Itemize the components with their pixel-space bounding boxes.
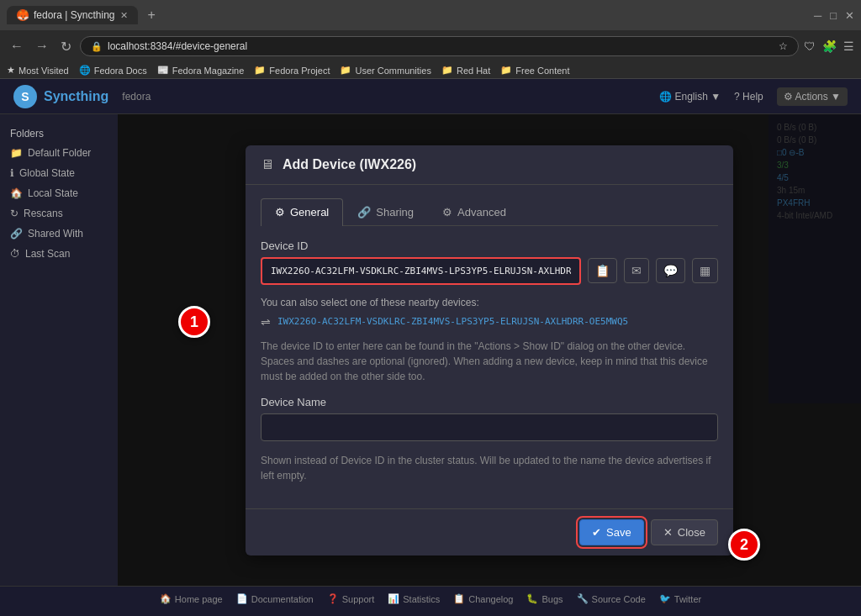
device-name-group: Device Name: [261, 396, 718, 441]
bugs-footer-icon: 🐛: [526, 593, 538, 604]
bookmark-red-hat[interactable]: 📁 Red Hat: [441, 65, 490, 76]
content-wrapper: 0 B/s (0 B) 0 B/s (0 B) □0 ⊖-B 3/3 4/5 3…: [118, 114, 861, 586]
browser-titlebar: 🦊 fedora | Syncthing ✕ + ─ □ ✕: [0, 0, 861, 30]
instance-name: fedora: [122, 91, 151, 103]
clock-icon: ⏱: [10, 248, 20, 260]
lock-icon: 🔒: [91, 41, 103, 52]
footer-bugs[interactable]: 🐛 Bugs: [526, 593, 563, 604]
copy-button[interactable]: 📋: [588, 258, 617, 283]
tab-favicon: 🦊: [17, 9, 29, 21]
footer-support[interactable]: ❓ Support: [327, 593, 375, 604]
tab-sharing[interactable]: 🔗 Sharing: [343, 198, 428, 225]
bookmark-fedora-docs[interactable]: 🌐 Fedora Docs: [79, 65, 147, 76]
sidebar: Folders 📁 Default Folder ℹ Global State …: [0, 114, 118, 586]
close-button[interactable]: ✕ Close: [651, 519, 718, 545]
home-icon: 🏠: [10, 187, 23, 199]
device-id-group: Device ID 📋 ✉ 💬 ▦: [261, 240, 718, 285]
save-button[interactable]: ✔ ✔ Save Save: [579, 519, 644, 545]
refresh-button[interactable]: ↻: [57, 37, 75, 56]
footer-home[interactable]: 🏠 Home page: [160, 593, 223, 604]
back-button[interactable]: ←: [7, 37, 27, 55]
changelog-footer-icon: 📋: [453, 593, 465, 604]
folder-icon-4: 📁: [500, 65, 512, 76]
toolbar-icons: 🛡 🧩 ☰: [804, 39, 854, 53]
address-bar[interactable]: 🔒 localhost:8384/#device-general ☆: [80, 36, 799, 56]
gear-icon-general: ⚙: [275, 206, 285, 218]
qr-button[interactable]: ▦: [692, 258, 718, 283]
footer-changelog[interactable]: 📋 Changelog: [453, 593, 513, 604]
device-name-help-text: Shown instead of Device ID in the cluste…: [261, 453, 718, 483]
source-footer-icon: 🔧: [577, 593, 589, 604]
add-device-modal: 🖥 Add Device (IWX226) ⚙ General �: [246, 145, 733, 555]
sidebar-item-default[interactable]: 📁 Default Folder: [0, 143, 118, 163]
extensions-icon[interactable]: 🧩: [822, 39, 837, 53]
close-icon[interactable]: ✕: [845, 9, 854, 22]
app-area: S Syncthing fedora 🌐 English ▼ ? Help ⚙ …: [0, 79, 861, 611]
chat-button[interactable]: 💬: [656, 258, 685, 283]
device-id-label: Device ID: [261, 240, 718, 252]
sidebar-item-last-scan[interactable]: ⏱ Last Scan: [0, 244, 118, 264]
sidebar-folders-label: Folders: [0, 124, 118, 143]
bookmark-fedora-magazine[interactable]: 📰 Fedora Magazine: [157, 65, 245, 76]
modal-header: 🖥 Add Device (IWX226): [246, 145, 733, 185]
star-icon: ★: [7, 65, 15, 76]
footer-twitter[interactable]: 🐦 Twitter: [659, 593, 701, 604]
email-button[interactable]: ✉: [624, 258, 649, 283]
support-footer-icon: ❓: [327, 593, 339, 604]
forward-button[interactable]: →: [32, 37, 52, 55]
maximize-icon[interactable]: □: [830, 9, 837, 22]
modal-tabs: ⚙ General 🔗 Sharing ⚙ Advanced: [261, 198, 718, 226]
modal-title: Add Device (IWX226): [283, 157, 416, 172]
new-tab-btn[interactable]: +: [143, 8, 161, 23]
app-nav: 🌐 English ▼ ? Help ⚙ Actions ▼: [659, 87, 848, 106]
device-icon: ⇌: [261, 315, 271, 329]
monitor-icon: 🖥: [261, 157, 274, 172]
device-id-input[interactable]: [261, 257, 581, 285]
help-button[interactable]: ? Help: [734, 91, 763, 103]
tab-label: fedora | Syncthing: [34, 9, 115, 21]
modal-footer: ✔ ✔ Save Save ✕ Close: [246, 508, 733, 555]
sidebar-item-rescans[interactable]: ↻ Rescans: [0, 203, 118, 224]
rescan-icon: ↻: [10, 208, 18, 219]
app-footer: 🏠 Home page 📄 Documentation ❓ Support 📊 …: [0, 586, 861, 611]
device-name-input[interactable]: [261, 413, 718, 441]
folder-icon: 📁: [10, 147, 23, 159]
share-icon-tab: 🔗: [357, 206, 371, 218]
magazine-icon: 📰: [157, 65, 169, 76]
footer-docs[interactable]: 📄 Documentation: [236, 593, 314, 604]
nearby-device-row: ⇌ IWX226O-AC32LFM-VSDKLRC-ZBI4MVS-LPS3YP…: [261, 315, 718, 329]
shield-icon: 🛡: [804, 39, 816, 53]
tab-close-btn[interactable]: ✕: [120, 10, 128, 21]
bookmarks-bar: ★ Most Visited 🌐 Fedora Docs 📰 Fedora Ma…: [0, 62, 861, 79]
bookmark-star-icon[interactable]: ☆: [779, 40, 788, 52]
tab-general[interactable]: ⚙ General: [261, 198, 343, 226]
syncthing-logo-icon: S: [13, 85, 37, 108]
modal-body: ⚙ General 🔗 Sharing ⚙ Advanced: [246, 185, 733, 508]
minimize-icon[interactable]: ─: [814, 9, 821, 22]
tab-advanced[interactable]: ⚙ Advanced: [428, 198, 520, 225]
menu-icon[interactable]: ☰: [843, 39, 854, 53]
stats-footer-icon: 📊: [388, 593, 399, 604]
footer-source[interactable]: 🔧 Source Code: [577, 593, 646, 604]
twitter-footer-icon: 🐦: [659, 593, 671, 604]
bookmark-user-communities[interactable]: 📁 User Communities: [340, 65, 430, 76]
footer-statistics[interactable]: 📊 Statistics: [388, 593, 440, 604]
app-logo-text: Syncthing: [44, 89, 108, 104]
actions-dropdown[interactable]: ⚙ Actions ▼: [777, 87, 848, 106]
device-id-help-text: The device ID to enter here can be found…: [261, 339, 718, 384]
sidebar-item-local-state[interactable]: 🏠 Local State: [0, 183, 118, 203]
folder-icon-2: 📁: [340, 65, 351, 76]
app-header: S Syncthing fedora 🌐 English ▼ ? Help ⚙ …: [0, 79, 861, 114]
info-icon: ℹ: [10, 167, 14, 179]
browser-tab[interactable]: 🦊 fedora | Syncthing ✕: [7, 6, 138, 24]
bookmark-free-content[interactable]: 📁 Free Content: [500, 65, 569, 76]
bookmark-fedora-project[interactable]: 📁 Fedora Project: [254, 65, 330, 76]
nearby-device-link[interactable]: IWX226O-AC32LFM-VSDKLRC-ZBI4MVS-LPS3YP5-…: [277, 316, 628, 327]
sidebar-item-shared-with[interactable]: 🔗 Shared With: [0, 224, 118, 244]
bookmark-most-visited[interactable]: ★ Most Visited: [7, 65, 69, 76]
language-dropdown[interactable]: 🌐 English ▼: [659, 91, 721, 103]
address-text: localhost:8384/#device-general: [108, 40, 247, 52]
device-name-label: Device Name: [261, 396, 718, 408]
device-id-row: 📋 ✉ 💬 ▦: [261, 257, 718, 285]
sidebar-item-global-state[interactable]: ℹ Global State: [0, 163, 118, 183]
